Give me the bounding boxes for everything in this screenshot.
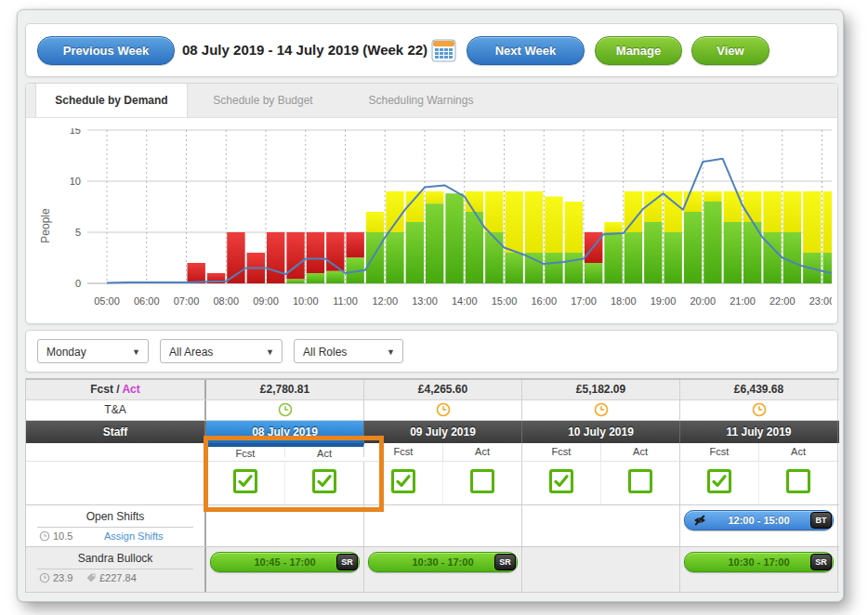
fcst-checkbox[interactable] xyxy=(391,469,415,493)
tab-schedule-by-demand[interactable]: Schedule by Demand xyxy=(35,84,188,117)
checkbox-cell xyxy=(364,462,522,504)
tab-scheduling-warnings[interactable]: Scheduling Warnings xyxy=(347,84,495,116)
subheader-act-label: Act xyxy=(443,443,521,461)
subheader-act-label: Act xyxy=(759,443,837,461)
svg-text:23:00: 23:00 xyxy=(809,295,832,307)
clock-icon xyxy=(39,572,50,583)
shift-cell: 10:45 - 17:00SR xyxy=(206,547,364,592)
subheader-fcst-label: Fcst xyxy=(522,443,601,461)
fcst-checkbox[interactable] xyxy=(549,469,573,493)
shift-type-badge: SR xyxy=(494,554,516,570)
ta-status-cell[interactable] xyxy=(680,400,838,420)
app-window: Previous Week 08 July 2019 - 14 July 201… xyxy=(17,9,844,602)
day-select[interactable]: Monday ▼ xyxy=(37,339,149,363)
svg-text:11:00: 11:00 xyxy=(333,295,358,307)
svg-text:15:00: 15:00 xyxy=(492,295,518,307)
ta-status-cell[interactable] xyxy=(522,400,680,420)
checkmark-icon xyxy=(710,472,729,491)
role-select[interactable]: All Roles ▼ xyxy=(294,339,403,363)
svg-text:16:00: 16:00 xyxy=(531,295,557,307)
checkbox-subcell xyxy=(522,462,601,504)
next-week-button[interactable]: Next Week xyxy=(467,36,585,65)
demand-chart: 05101505:0006:0007:0008:0009:0010:0011:0… xyxy=(34,128,832,321)
svg-text:People: People xyxy=(39,208,52,243)
clock-icon xyxy=(752,402,767,417)
tab-schedule-by-budget[interactable]: Schedule by Budget xyxy=(193,84,333,116)
svg-text:05:00: 05:00 xyxy=(94,295,120,307)
shift-pill[interactable]: 10:45 - 17:00SR xyxy=(210,552,360,572)
svg-text:13:00: 13:00 xyxy=(412,295,438,307)
subheader-fcst-label: Fcst xyxy=(364,443,443,461)
act-checkbox[interactable] xyxy=(312,469,336,493)
eye-slash-icon xyxy=(693,515,706,526)
shift-cell xyxy=(206,505,364,546)
svg-text:20:00: 20:00 xyxy=(690,295,716,307)
date-header-2[interactable]: 09 July 2019 xyxy=(364,421,522,443)
subheader-fcst-label: Fcst xyxy=(206,447,285,457)
week-date-range: 08 July 2019 - 14 July 2019 (Week 22) xyxy=(182,24,427,76)
fcst-checkbox[interactable] xyxy=(233,469,257,493)
shift-type-badge: SR xyxy=(336,554,358,570)
assign-shifts-link[interactable]: Assign Shifts xyxy=(104,530,164,542)
checkbox-cell xyxy=(206,462,364,504)
checkbox-subcell xyxy=(680,462,759,504)
view-button[interactable]: View xyxy=(691,36,769,65)
previous-week-button[interactable]: Previous Week xyxy=(37,36,175,65)
area-select[interactable]: All Areas ▼ xyxy=(160,339,283,363)
act-checkbox[interactable] xyxy=(628,469,652,493)
shift-cell xyxy=(364,505,522,546)
checkbox-subcell xyxy=(285,462,363,504)
checkmark-icon xyxy=(315,472,334,491)
act-checkbox[interactable] xyxy=(470,469,494,493)
fcst-act-subheader-row: FcstActFcstActFcstActFcstAct xyxy=(26,443,839,462)
date-header-4[interactable]: 11 July 2019 xyxy=(680,421,838,443)
fcst-amount-cell: £6,439.68 xyxy=(680,380,838,399)
shift-pill[interactable]: 10:30 - 17:00SR xyxy=(368,552,518,572)
checkbox-row-empty-cell xyxy=(26,462,206,504)
fcst-amount-cell: £5,182.09 xyxy=(522,380,680,399)
checkbox-subcell xyxy=(601,462,679,504)
act-checkbox[interactable] xyxy=(786,469,810,493)
week-navigation-bar: Previous Week 08 July 2019 - 14 July 201… xyxy=(25,23,838,77)
checkbox-subcell xyxy=(206,462,285,504)
subheader-fcst-label: Fcst xyxy=(680,443,759,461)
subheader-empty-cell xyxy=(26,443,206,461)
fcst-amount-cell: £2,780.81 xyxy=(206,380,364,399)
shift-cell xyxy=(522,505,680,546)
checkmark-icon xyxy=(394,472,413,491)
shift-pill[interactable]: 10:30 - 17:00SR xyxy=(684,552,834,572)
tag-icon xyxy=(85,572,97,583)
ta-status-cell[interactable] xyxy=(206,400,364,420)
staff-row-sandra-bullock: Sandra Bullock 23.9 £227.84 10:45 - 17:0… xyxy=(26,547,839,593)
subheader-cell: FcstAct xyxy=(680,443,838,461)
fcst-checkbox[interactable] xyxy=(707,469,731,493)
chevron-down-icon: ▼ xyxy=(132,340,140,364)
calendar-icon[interactable] xyxy=(431,38,456,62)
checkbox-subcell xyxy=(443,462,521,504)
subheader-cell: FcstAct xyxy=(522,443,680,461)
shift-cell: 10:30 - 17:00SR xyxy=(364,547,522,592)
staff-hours: 23.9 xyxy=(39,572,72,583)
clock-icon xyxy=(436,402,451,417)
shift-cell xyxy=(522,547,680,592)
shift-pill[interactable]: 12:00 - 15:00BT xyxy=(684,510,834,530)
chart-tabbar: Schedule by Demand Schedule by Budget Sc… xyxy=(26,84,837,118)
date-header-1[interactable]: 08 July 2019 xyxy=(206,421,364,443)
schedule-table: Fcst / Act £2,780.81£4,265.60£5,182.09£6… xyxy=(25,378,839,593)
shift-type-badge: SR xyxy=(810,554,832,570)
forecast-actual-row: Fcst / Act £2,780.81£4,265.60£5,182.09£6… xyxy=(26,380,839,400)
fcst-amount-cell: £4,265.60 xyxy=(364,380,522,399)
ta-status-cell[interactable] xyxy=(364,400,522,420)
checkbox-cell xyxy=(522,462,680,504)
open-shifts-label: Open Shifts xyxy=(26,505,204,523)
date-header-3[interactable]: 10 July 2019 xyxy=(522,421,680,443)
svg-text:21:00: 21:00 xyxy=(730,295,756,307)
checkbox-row xyxy=(26,462,839,505)
checkmark-icon xyxy=(236,472,255,491)
subheader-act-label: Act xyxy=(285,447,363,457)
open-shifts-row: Open Shifts 10.5 Assign Shifts 12:00 - 1… xyxy=(26,505,839,547)
time-attendance-row: T&A xyxy=(26,400,839,421)
clock-icon xyxy=(278,402,293,417)
svg-text:14:00: 14:00 xyxy=(452,295,478,307)
manage-button[interactable]: Manage xyxy=(595,36,682,65)
